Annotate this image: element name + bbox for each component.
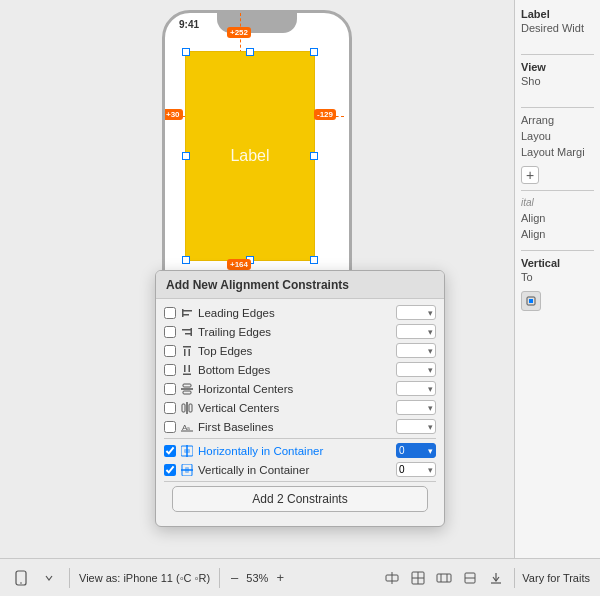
toolbar-separator-2 xyxy=(219,568,220,588)
badge-right: -129 xyxy=(314,109,336,120)
panel-divider-4 xyxy=(521,250,594,251)
cb-h-container[interactable] xyxy=(164,445,176,457)
cb-bottom[interactable] xyxy=(164,364,176,376)
toolbar-constraint-icon-2[interactable] xyxy=(407,567,429,589)
select-vertical[interactable] xyxy=(396,400,436,415)
panel-icon-1[interactable] xyxy=(521,291,541,311)
main-area: 9:41 Label xyxy=(0,0,600,558)
row-trailing: Trailing Edges xyxy=(164,324,436,339)
panel-divider-2 xyxy=(521,107,594,108)
toolbar-zoom-in[interactable]: + xyxy=(274,570,286,585)
cb-horizontal[interactable] xyxy=(164,383,176,395)
row-horizontal: Horizontal Centers xyxy=(164,381,436,396)
toolbar-zoom-out[interactable]: – xyxy=(229,570,240,585)
toolbar-constraint-icon-1[interactable] xyxy=(381,567,403,589)
panel-ital: ital xyxy=(521,197,594,208)
handle-br[interactable] xyxy=(310,256,318,264)
toolbar-zoom-level: 53% xyxy=(246,572,268,584)
label-h-container: Horizontally in Container xyxy=(198,445,392,457)
handle-tr[interactable] xyxy=(310,48,318,56)
panel-divider-1 xyxy=(521,54,594,55)
handle-mr[interactable] xyxy=(310,152,318,160)
select-horizontal-wrap xyxy=(396,381,436,396)
badge-left: +30 xyxy=(163,109,183,120)
select-leading[interactable] xyxy=(396,305,436,320)
toolbar-device-button[interactable] xyxy=(10,567,32,589)
panel-to: To xyxy=(521,271,594,283)
icon-bottom xyxy=(180,363,194,377)
select-v-container[interactable]: 0 xyxy=(396,462,436,477)
badge-top: +252 xyxy=(227,27,251,38)
row-bottom: Bottom Edges xyxy=(164,362,436,377)
svg-rect-2 xyxy=(182,309,184,317)
select-top[interactable] xyxy=(396,343,436,358)
select-trailing[interactable] xyxy=(396,324,436,339)
icon-h-container xyxy=(180,444,194,458)
popup-divider-1 xyxy=(164,438,436,439)
toolbar-constraint-icon-3[interactable] xyxy=(433,567,455,589)
handle-tl[interactable] xyxy=(182,48,190,56)
panel-view-section: View Sho xyxy=(521,61,594,91)
svg-rect-17 xyxy=(189,404,192,412)
panel-layout: Layou xyxy=(521,130,594,142)
toolbar-separator-1 xyxy=(69,568,70,588)
select-baselines[interactable] xyxy=(396,419,436,434)
svg-rect-28 xyxy=(529,299,533,303)
panel-label-section: Label Desired Widt xyxy=(521,8,594,38)
select-baselines-wrap xyxy=(396,419,436,434)
label-top: Top Edges xyxy=(198,345,392,357)
handle-bl[interactable] xyxy=(182,256,190,264)
label-v-container: Vertically in Container xyxy=(198,464,392,476)
icon-v-container xyxy=(180,463,194,477)
svg-rect-11 xyxy=(189,365,191,372)
toolbar-chevron-button[interactable] xyxy=(38,567,60,589)
panel-divider-3 xyxy=(521,190,594,191)
panel-desired-width: Desired Widt xyxy=(521,22,594,34)
svg-rect-20 xyxy=(181,430,193,431)
popup-title: Add New Alignment Constraints xyxy=(166,278,349,292)
handle-ml[interactable] xyxy=(182,152,190,160)
svg-rect-13 xyxy=(183,384,191,387)
alignment-constraints-popup: Add New Alignment Constraints Leading Ed… xyxy=(155,270,445,527)
cb-baselines[interactable] xyxy=(164,421,176,433)
row-vertical: Vertical Centers xyxy=(164,400,436,415)
panel-label-title: Label xyxy=(521,8,594,20)
select-vertical-wrap xyxy=(396,400,436,415)
icon-baselines: Aa xyxy=(180,420,194,434)
label-trailing: Trailing Edges xyxy=(198,326,392,338)
icon-trailing xyxy=(180,325,194,339)
toolbar-view-as-label: View as: iPhone 11 (◦C ◦R) xyxy=(79,572,210,584)
svg-rect-15 xyxy=(186,402,188,414)
select-bottom[interactable] xyxy=(396,362,436,377)
select-leading-wrap xyxy=(396,305,436,320)
cb-vertical[interactable] xyxy=(164,402,176,414)
label-bottom: Bottom Edges xyxy=(198,364,392,376)
cb-top[interactable] xyxy=(164,345,176,357)
svg-text:a: a xyxy=(187,425,190,431)
cb-v-container[interactable] xyxy=(164,464,176,476)
popup-header: Add New Alignment Constraints xyxy=(156,271,444,299)
view-label: Label xyxy=(230,147,269,165)
toolbar-constraint-icon-4[interactable] xyxy=(459,567,481,589)
panel-layout-margins: Layout Margi xyxy=(521,146,594,158)
canvas-area: 9:41 Label xyxy=(0,0,514,558)
select-bottom-wrap xyxy=(396,362,436,377)
panel-arrange: Arrang xyxy=(521,114,594,126)
row-baselines: Aa First Baselines xyxy=(164,419,436,434)
panel-plus-button[interactable]: + xyxy=(521,166,539,184)
svg-rect-12 xyxy=(181,388,193,390)
svg-rect-14 xyxy=(183,391,191,394)
panel-view-title: View xyxy=(521,61,594,73)
select-h-container[interactable]: 0 xyxy=(396,443,436,458)
toolbar-download-icon[interactable] xyxy=(485,567,507,589)
select-horizontal[interactable] xyxy=(396,381,436,396)
row-v-container: Vertically in Container 0 xyxy=(164,462,436,477)
select-top-wrap xyxy=(396,343,436,358)
handle-tm[interactable] xyxy=(246,48,254,56)
panel-align: Align xyxy=(521,212,594,224)
add-constraints-button[interactable]: Add 2 Constraints xyxy=(172,486,428,512)
cb-trailing[interactable] xyxy=(164,326,176,338)
svg-rect-16 xyxy=(182,404,185,412)
cb-leading[interactable] xyxy=(164,307,176,319)
panel-vertical: Vertical xyxy=(521,257,594,269)
